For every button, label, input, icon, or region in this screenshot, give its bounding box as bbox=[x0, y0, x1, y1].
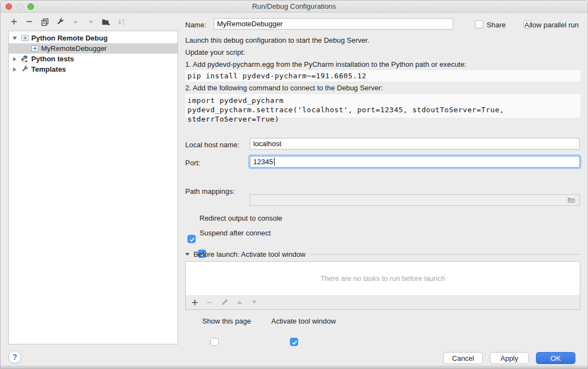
move-down-icon[interactable] bbox=[86, 17, 95, 26]
redirect-output-checkbox[interactable] bbox=[187, 235, 196, 243]
before-launch-toolbar bbox=[185, 295, 580, 310]
sort-alphabetically-icon[interactable]: az bbox=[117, 17, 126, 26]
run-config-icon bbox=[31, 44, 39, 53]
cancel-button[interactable]: Cancel bbox=[443, 352, 483, 364]
text-caret bbox=[274, 158, 275, 166]
pip-install-code-block: pip install pydevd-pycharm~=191.6605.12 bbox=[185, 70, 580, 82]
wrench-icon bbox=[21, 65, 29, 73]
tree-item-myremotedebugger[interactable]: MyRemoteDebugger bbox=[9, 43, 178, 54]
configurations-toolbar: az bbox=[9, 17, 126, 26]
settrace-code-block: import pydevd_pycharm pydevd_pycharm.set… bbox=[185, 94, 580, 118]
tree-item-label: Templates bbox=[31, 65, 66, 73]
local-host-name-input[interactable] bbox=[250, 138, 580, 149]
code-line: import pydevd_pycharm bbox=[185, 96, 580, 105]
title-bar: Run/Debug Configurations bbox=[1, 1, 587, 13]
empty-task-list-text: There are no tasks to run before launch bbox=[321, 274, 446, 282]
chevron-right-icon[interactable] bbox=[12, 57, 18, 61]
share-label: Share bbox=[487, 21, 506, 29]
allow-parallel-run-label: Allow parallel run bbox=[524, 21, 579, 29]
path-mappings-label: Path mappings: bbox=[185, 187, 235, 195]
before-launch-task-list: There are no tasks to run before launch bbox=[185, 261, 580, 296]
copy-icon[interactable] bbox=[40, 17, 49, 26]
section-divider bbox=[311, 254, 580, 255]
window-title: Run/Debug Configurations bbox=[1, 2, 587, 10]
instruction-update-text: Update your script: bbox=[185, 48, 245, 56]
help-button[interactable]: ? bbox=[8, 350, 21, 364]
tree-item-python-remote-debug[interactable]: Python Remote Debug bbox=[9, 33, 178, 43]
chevron-right-icon[interactable] bbox=[12, 67, 18, 72]
new-folder-icon[interactable] bbox=[101, 17, 111, 26]
svg-text:z: z bbox=[122, 22, 124, 26]
activate-tool-window-checkbox[interactable] bbox=[290, 338, 298, 346]
add-icon[interactable] bbox=[191, 298, 199, 307]
before-launch-header[interactable]: Before launch: Activate tool window bbox=[185, 250, 580, 258]
zoom-window-button[interactable] bbox=[27, 3, 34, 10]
instruction-launch-text: Launch this debug configuration to start… bbox=[185, 36, 369, 44]
chevron-down-icon bbox=[185, 253, 190, 256]
svg-text:a: a bbox=[122, 18, 124, 22]
tree-item-templates[interactable]: Templates bbox=[9, 64, 178, 74]
configuration-form: Name: Share Allow parallel run Launch th… bbox=[185, 13, 580, 344]
move-down-icon[interactable] bbox=[250, 298, 258, 307]
port-label: Port: bbox=[185, 159, 200, 167]
tree-item-label: Python Remote Debug bbox=[31, 34, 107, 42]
ok-button[interactable]: OK bbox=[536, 352, 575, 364]
browse-folder-icon[interactable] bbox=[567, 197, 576, 206]
move-up-icon[interactable] bbox=[235, 298, 243, 307]
name-label: Name: bbox=[185, 21, 206, 29]
path-mappings-field[interactable] bbox=[250, 194, 580, 206]
activate-tool-window-label: Activate tool window bbox=[271, 317, 336, 325]
before-launch-title: Before launch: Activate tool window bbox=[193, 250, 306, 258]
close-window-button[interactable] bbox=[5, 3, 12, 10]
share-checkbox[interactable] bbox=[475, 20, 483, 28]
edit-pencil-icon[interactable] bbox=[220, 298, 229, 307]
port-input[interactable] bbox=[250, 156, 580, 168]
name-input[interactable] bbox=[214, 18, 453, 30]
window-bottom-edge bbox=[1, 366, 587, 368]
edit-defaults-wrench-icon[interactable] bbox=[55, 17, 65, 26]
show-this-page-checkbox[interactable] bbox=[210, 338, 219, 346]
instruction-step1-text: 1. Add pydevd-pycharm.egg from the PyCha… bbox=[185, 60, 466, 68]
remove-icon[interactable] bbox=[205, 298, 214, 307]
help-question-label: ? bbox=[13, 353, 18, 361]
python-tests-icon bbox=[21, 55, 29, 63]
chevron-down-icon[interactable] bbox=[12, 37, 18, 40]
move-up-icon[interactable] bbox=[71, 17, 80, 26]
code-line: pydevd_pycharm.settrace('localhost', por… bbox=[185, 105, 580, 124]
run-config-icon bbox=[21, 34, 29, 42]
redirect-output-label: Redirect output to console bbox=[199, 214, 282, 222]
minimize-window-button[interactable] bbox=[16, 3, 23, 10]
configurations-tree: Python Remote Debug MyRemoteDebugger Pyt… bbox=[8, 31, 178, 344]
apply-button[interactable]: Apply bbox=[490, 352, 529, 364]
tree-item-label: Python tests bbox=[31, 55, 74, 63]
remove-icon[interactable] bbox=[25, 17, 34, 26]
run-debug-configurations-dialog: Run/Debug Configurations az Python Remot… bbox=[0, 0, 588, 369]
tree-item-label: MyRemoteDebugger bbox=[41, 44, 107, 53]
instruction-step2-text: 2. Add the following command to connect … bbox=[185, 84, 383, 92]
add-icon[interactable] bbox=[9, 17, 19, 26]
local-host-name-label: Local host name: bbox=[185, 141, 239, 149]
suspend-after-connect-label: Suspend after connect bbox=[199, 229, 271, 237]
code-line: pip install pydevd-pycharm~=191.6605.12 bbox=[185, 70, 580, 82]
show-this-page-label: Show this page bbox=[202, 317, 251, 325]
tree-item-python-tests[interactable]: Python tests bbox=[9, 54, 178, 64]
